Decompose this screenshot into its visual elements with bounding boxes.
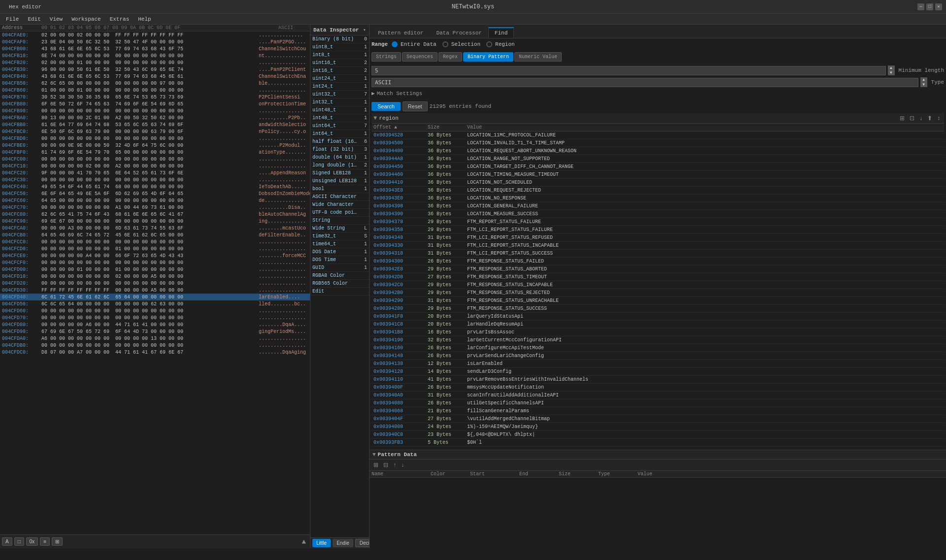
close-button[interactable]: ✕: [935, 3, 942, 10]
result-row[interactable]: 0x0039440036 BytesLOCATION_REQUEST_ABORT…: [372, 147, 944, 155]
result-row[interactable]: 0x0039412814 BytessendLarD3Config: [372, 368, 944, 376]
hex-row[interactable]: 004CFB80:6F 6E 50 72 6F 74 65 63 74 69 6…: [0, 100, 310, 107]
bottom-tool-up[interactable]: ↑: [391, 461, 398, 469]
hex-row[interactable]: 004CFC00:00 00 00 00 00 00 00 00 00 00 0…: [0, 156, 310, 163]
result-row[interactable]: 0x0039414826 BytesprvLarSendLariChangeCo…: [372, 352, 944, 360]
spinner-down[interactable]: ▼: [888, 70, 895, 75]
inspector-row[interactable]: double (64 bit)1: [310, 154, 369, 162]
main-tab[interactable]: Hex editor: [4, 1, 46, 12]
tab-binary-pattern[interactable]: Binary Pattern: [463, 52, 513, 62]
hex-row[interactable]: 004CFB40:43 68 61 6E 6E 65 6C 53 77 69 7…: [0, 73, 310, 80]
result-row[interactable]: 0x0039435829 BytesFTM_LCI_REPORT_STATUS_…: [372, 226, 944, 234]
hex-row[interactable]: 004CFAE0:02 00 00 00 02 00 00 00 FF FF F…: [0, 32, 310, 38]
collapse-arrow[interactable]: ▲: [300, 538, 308, 546]
result-row[interactable]: 0x0039445036 BytesLOCATION_TARGET_DIFF_C…: [372, 163, 944, 171]
hex-row[interactable]: 004CFBF0:61 74 69 6F 6E 54 79 70 65 00 0…: [0, 149, 310, 156]
spinner-up[interactable]: ▲: [888, 66, 895, 70]
inspector-row[interactable]: DOS Time1: [310, 256, 369, 264]
inspector-row[interactable]: String: [310, 217, 369, 225]
result-row[interactable]: 0x0039419032 ByteslarGetCurrentMccConfig…: [372, 336, 944, 344]
search-button[interactable]: Search: [372, 102, 401, 111]
inspector-row[interactable]: Wide StringL: [310, 225, 369, 232]
menu-file[interactable]: File: [2, 15, 23, 23]
inspector-row[interactable]: int32_t1: [310, 99, 369, 106]
hex-row[interactable]: 004CFAF0:23 0E 04 00 50 6C 32 50 32 50 4…: [0, 38, 310, 45]
tab-data-processor[interactable]: Data Processor: [430, 28, 488, 38]
inspector-row[interactable]: time64_t1: [310, 240, 369, 248]
hex-row[interactable]: 004CFDA0:A6 00 00 00 00 00 00 00 00 00 0…: [0, 335, 310, 342]
result-row[interactable]: 0x003943E836 BytesLOCATION_REQUEST_REJEC…: [372, 187, 944, 195]
hex-row[interactable]: 004CFBB0:61 6E 64 77 69 64 74 68 53 65 6…: [0, 121, 310, 128]
hex-row[interactable]: 004CFC10:00 00 00 00 00 02 00 00 A2 00 0…: [0, 163, 310, 169]
result-row[interactable]: 0x0039413812 BytesisLarEnabled: [372, 360, 944, 368]
result-row[interactable]: 0x003940A031 BytesscanInfraUtilAddAdditi…: [372, 392, 944, 399]
menu-view[interactable]: View: [46, 15, 67, 23]
tab-numeric-value[interactable]: Numeric Value: [514, 52, 562, 62]
result-row[interactable]: 0x0039408026 BytesutilGetSpecificChannel…: [372, 399, 944, 407]
range-entire-radio[interactable]: [392, 41, 398, 47]
result-row[interactable]: 0x0039431831 BytesFTM_LCI_REPORT_STATUS_…: [372, 250, 944, 258]
hex-row[interactable]: 004CFCA0:00 00 00 A3 00 00 00 00 6D 63 6…: [0, 225, 310, 231]
inspector-row[interactable]: int48_t1: [310, 114, 369, 122]
inspector-row[interactable]: int8_t1: [310, 51, 369, 59]
inspector-row[interactable]: ASCII Character: [310, 193, 369, 201]
result-row[interactable]: 0x0039406821 BytesfillScanGeneralParams: [372, 407, 944, 415]
hex-row[interactable]: 004CFC90:69 6E 67 00 00 00 00 00 00 00 0…: [0, 218, 310, 225]
maximize-button[interactable]: □: [926, 3, 933, 10]
hex-row[interactable]: 004CFD20:00 00 00 00 00 00 00 00 00 00 0…: [0, 280, 310, 287]
hex-row[interactable]: 004CFCC0:00 00 00 00 00 00 00 00 00 00 0…: [0, 238, 310, 245]
hex-row[interactable]: 004CFD00:00 00 00 00 01 00 00 00 01 00 0…: [0, 266, 310, 273]
inspector-row[interactable]: uint16_t2: [310, 59, 369, 67]
hex-row[interactable]: 004CFB90:00 00 00 00 00 00 00 00 00 00 0…: [0, 107, 310, 114]
inspector-row[interactable]: uint32_t7: [310, 91, 369, 99]
type-spinner-down[interactable]: ▼: [920, 82, 927, 87]
result-row[interactable]: 0x0039400F26 BytesmmsysMccUpdateNotifica…: [372, 384, 944, 392]
tab-find[interactable]: Find: [488, 27, 514, 38]
result-row[interactable]: 0x0039437829 BytesFTM_REPORT_STATUS_FAIL…: [372, 218, 944, 226]
inspector-row[interactable]: int64_t1: [310, 130, 369, 138]
inspector-row[interactable]: DOS Date1: [310, 248, 369, 256]
range-selection-radio[interactable]: [442, 41, 448, 47]
result-row[interactable]: 0x00394S2836 BytesLOCATION_11MC_PROTOCOL…: [372, 132, 944, 139]
result-row[interactable]: 0x0039439036 BytesLOCATION_MEASURE_SUCCE…: [372, 210, 944, 218]
inspector-chevron[interactable]: ▾: [363, 27, 366, 33]
hex-tool-grid[interactable]: ⊞: [52, 537, 63, 546]
menu-help[interactable]: Help: [134, 15, 155, 23]
inspector-row[interactable]: uint24_t1: [310, 75, 369, 83]
tab-pattern-editor[interactable]: Pattern editor: [372, 28, 430, 38]
hex-tool-text[interactable]: A: [2, 537, 12, 546]
reset-button[interactable]: Reset: [403, 101, 428, 111]
hex-row[interactable]: 004CFBC0:6E 50 6F 6C 69 63 79 00 00 00 0…: [0, 128, 310, 135]
range-region[interactable]: Region: [486, 41, 515, 47]
result-row[interactable]: 0x0039429031 BytesFTM_RESPONSE_STATUS_UN…: [372, 297, 944, 305]
bottom-tool-add[interactable]: ⊞: [372, 461, 380, 469]
inspector-row[interactable]: Binary (8 bit)0: [310, 35, 369, 43]
hex-row[interactable]: 004CFB10:6E 74 00 00 00 00 00 00 00 00 0…: [0, 52, 310, 59]
hex-row[interactable]: 004CFC50:6E 6F 64 65 49 6E 5A 6F 6D 62 6…: [0, 190, 310, 197]
hex-row[interactable]: 004CFD50:6C 6C 65 64 00 00 00 00 00 00 0…: [0, 300, 310, 307]
result-row[interactable]: 0x003943E036 BytesLOCATION_NO_RESPONSE: [372, 195, 944, 202]
hex-row[interactable]: 004CFCB0:64 65 46 69 6C 74 65 72 45 6E 6…: [0, 231, 310, 238]
hex-row[interactable]: 004CFBD0:00 00 00 00 00 00 00 00 00 00 0…: [0, 135, 310, 142]
type-input[interactable]: [372, 78, 918, 87]
inspector-row[interactable]: long double (128 bit)2: [310, 162, 369, 169]
hex-row[interactable]: 004CFCE0:00 00 00 00 00 A4 00 00 66 6F 7…: [0, 252, 310, 259]
range-selection[interactable]: Selection: [442, 41, 480, 47]
hex-content[interactable]: 004CFAE0:02 00 00 00 02 00 00 00 FF FF F…: [0, 32, 310, 534]
result-row[interactable]: 0x003941B816 BytesprvLarIsBssAssoc: [372, 329, 944, 336]
inspector-row[interactable]: uint64_t7: [310, 122, 369, 130]
inspector-row[interactable]: Edit: [310, 288, 369, 296]
hex-row[interactable]: 004CFC80:62 6C 65 41 75 74 6F 43 68 61 6…: [0, 211, 310, 218]
hex-row[interactable]: 004CFB70:30 52 38 30 50 36 35 69 65 6E 7…: [0, 94, 310, 100]
inspector-row[interactable]: uint8_t1: [310, 43, 369, 51]
result-row[interactable]: 0x003942C029 BytesFTM_RESPONSE_STATUS_IN…: [372, 281, 944, 289]
hex-row[interactable]: 004CFCF0:00 00 00 00 00 00 00 00 00 00 0…: [0, 259, 310, 266]
inspector-row[interactable]: RGB565 Color: [310, 280, 369, 288]
results-tool-1[interactable]: ⊞: [898, 114, 907, 122]
menu-extras[interactable]: Extras: [106, 15, 134, 23]
inspector-row[interactable]: Unsigned LEB1281: [310, 177, 369, 185]
bottom-tool-remove[interactable]: ⊟: [381, 461, 390, 469]
hex-row[interactable]: 004CFB60:01 00 00 00 01 00 00 00 00 00 0…: [0, 87, 310, 94]
result-row[interactable]: 0x003940C823 Bytes${,048<@DHLPTX\ dhlptx…: [372, 431, 944, 439]
inspector-row[interactable]: uint48_t1: [310, 106, 369, 114]
